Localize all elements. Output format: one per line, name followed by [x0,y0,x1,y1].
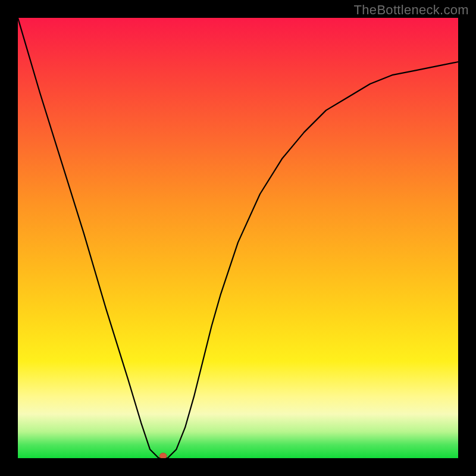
bottleneck-curve [18,18,458,458]
min-marker [159,453,167,458]
watermark-text: TheBottleneck.com [354,2,469,18]
chart-frame: TheBottleneck.com [0,0,476,476]
plot-area [18,18,458,458]
